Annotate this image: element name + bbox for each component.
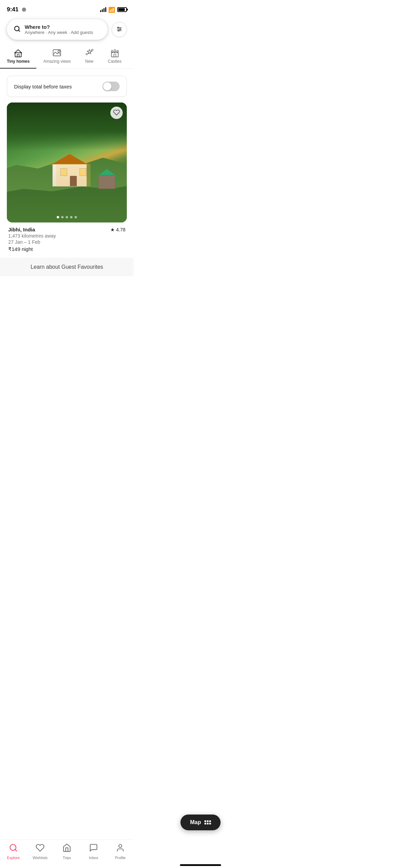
svg-point-7 (118, 30, 119, 31)
guest-favourites-text: Learn about Guest Favourites (31, 264, 103, 270)
category-label-amazing-views: Amazing views (43, 59, 71, 64)
toggle-knob (103, 82, 111, 91)
svg-point-12 (91, 49, 93, 51)
dot-5 (75, 216, 77, 218)
search-container: Where to? Anywhere · Any week · Add gues… (0, 16, 134, 43)
amazing-views-icon (52, 48, 62, 59)
house-window-right (80, 168, 86, 176)
listing-dates: 27 Jan – 1 Feb (8, 239, 125, 245)
tax-toggle-switch[interactable] (102, 82, 120, 91)
castles-icon (110, 48, 120, 59)
category-item-aframes[interactable]: A-fi (129, 45, 134, 69)
wifi-icon: 📶 (108, 7, 115, 13)
tiny-house (49, 152, 90, 186)
status-dot (22, 8, 26, 12)
battery-icon (117, 7, 127, 12)
dot-2 (61, 216, 64, 218)
listing-info: Jibhi, India ★ 4.78 1,473 kilometres awa… (7, 222, 127, 255)
listing-distance: 1,473 kilometres away (8, 233, 125, 239)
svg-line-1 (19, 30, 20, 31)
wishlist-button[interactable] (110, 107, 123, 119)
dot-1 (57, 216, 59, 218)
status-time: 9:41 (7, 6, 19, 13)
filter-button[interactable] (112, 22, 127, 37)
svg-point-11 (58, 50, 60, 52)
new-icon (85, 48, 94, 59)
svg-rect-8 (15, 53, 21, 57)
category-label-castles: Castles (108, 59, 122, 64)
search-bar[interactable]: Where to? Anywhere · Any week · Add gues… (7, 19, 108, 40)
svg-rect-18 (114, 54, 116, 57)
svg-rect-16 (117, 50, 118, 53)
heart-icon (113, 109, 120, 117)
listing-card[interactable]: Jibhi, India ★ 4.78 1,473 kilometres awa… (7, 103, 127, 255)
svg-rect-15 (111, 50, 113, 53)
svg-rect-9 (17, 55, 19, 57)
status-icons: 📶 (100, 7, 127, 13)
search-title: Where to? (25, 24, 93, 30)
listing-image-wrap (7, 103, 127, 222)
category-label-tiny-homes: Tiny homes (7, 59, 29, 64)
house-base (52, 164, 87, 186)
svg-point-5 (118, 27, 119, 28)
star-icon: ★ (110, 227, 115, 232)
listing-rating: ★ 4.78 (110, 227, 125, 232)
forest-background (7, 103, 127, 150)
listing-price: ₹149 night (8, 246, 125, 252)
svg-point-13 (86, 53, 87, 55)
guest-favourites-banner[interactable]: Learn about Guest Favourites (0, 258, 134, 276)
listing-location: Jibhi, India (8, 227, 35, 232)
house-door (70, 176, 77, 186)
search-text: Where to? Anywhere · Any week · Add gues… (25, 24, 93, 35)
listing-image (7, 103, 127, 222)
signal-icon (100, 7, 106, 12)
listing-row-location: Jibhi, India ★ 4.78 (8, 227, 125, 232)
search-icon (14, 25, 21, 34)
tax-toggle-bar: Display total before taxes (7, 76, 127, 97)
dot-3 (66, 216, 68, 218)
image-dots (57, 216, 77, 218)
category-item-new[interactable]: New (78, 45, 101, 69)
adjacent-house (97, 168, 117, 189)
tiny-homes-icon (13, 48, 23, 59)
search-subtitle: Anywhere · Any week · Add guests (25, 30, 93, 35)
house-window-left (60, 168, 67, 176)
category-item-amazing-views[interactable]: Amazing views (36, 45, 77, 69)
category-nav: Tiny homes Amazing views New (0, 43, 134, 69)
category-item-tiny-homes[interactable]: Tiny homes (0, 45, 36, 69)
dot-4 (70, 216, 73, 218)
category-item-castles[interactable]: Castles (101, 45, 129, 69)
svg-point-6 (120, 28, 121, 29)
green-house-base (98, 175, 116, 189)
rating-value: 4.78 (116, 227, 125, 232)
tax-toggle-label: Display total before taxes (14, 84, 72, 89)
filter-icon (116, 26, 122, 33)
category-label-new: New (85, 59, 93, 64)
status-bar: 9:41 📶 (0, 0, 134, 16)
